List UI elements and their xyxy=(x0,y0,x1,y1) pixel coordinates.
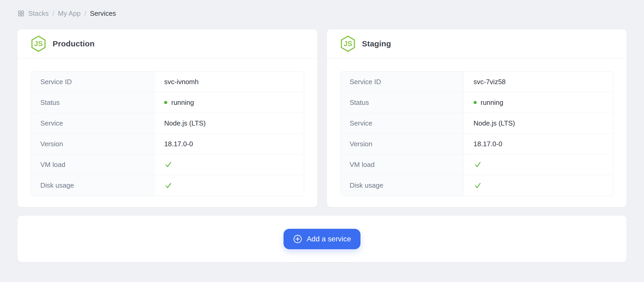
service-value: Node.js (LTS) xyxy=(154,113,304,133)
card-production-header: JS Production xyxy=(18,29,317,58)
row-label: Service ID xyxy=(31,72,154,92)
add-service-panel: Add a service xyxy=(18,216,626,262)
breadcrumb-stacks[interactable]: Stacks xyxy=(28,9,49,18)
check-icon xyxy=(164,181,173,190)
nodejs-icon: JS xyxy=(340,35,356,52)
card-title: Staging xyxy=(362,39,391,48)
row-label: Version xyxy=(31,134,154,154)
status-text: running xyxy=(171,99,194,107)
row-label: Status xyxy=(340,92,464,113)
row-label: Service xyxy=(340,113,464,133)
service-detail-table: Service ID svc-ivnomh Status running Ser… xyxy=(31,71,304,196)
version-value: 18.17.0-0 xyxy=(154,134,304,154)
status-text: running xyxy=(481,99,503,107)
check-icon xyxy=(474,181,482,190)
table-row: Service ID svc-7viz58 xyxy=(340,72,613,92)
service-cards-row: JS Production Service ID svc-ivnomh Stat… xyxy=(18,29,626,207)
row-label: VM load xyxy=(31,154,154,175)
card-staging-body: Service ID svc-7viz58 Status running Ser… xyxy=(327,58,627,207)
breadcrumb-separator: / xyxy=(52,9,54,18)
svg-text:JS: JS xyxy=(34,40,43,47)
plus-circle-icon xyxy=(293,234,302,244)
card-production: JS Production Service ID svc-ivnomh Stat… xyxy=(18,29,317,207)
vm-load-value xyxy=(154,154,304,175)
table-row: Disk usage xyxy=(340,175,613,196)
vm-load-value xyxy=(464,154,613,175)
disk-usage-value xyxy=(154,175,304,196)
check-icon xyxy=(474,160,482,169)
status-value: running xyxy=(464,92,613,113)
status-dot-icon xyxy=(164,101,167,104)
card-staging-header: JS Staging xyxy=(327,29,627,58)
table-row: Version 18.17.0-0 xyxy=(31,134,304,154)
row-label: Status xyxy=(31,92,154,113)
breadcrumb: Stacks / My App / Services xyxy=(18,9,626,17)
disk-usage-value xyxy=(464,175,613,196)
table-row: Version 18.17.0-0 xyxy=(340,134,613,154)
breadcrumb-services: Services xyxy=(90,9,116,18)
table-row: Service Node.js (LTS) xyxy=(31,113,304,134)
version-value: 18.17.0-0 xyxy=(464,134,613,154)
svg-text:JS: JS xyxy=(343,40,352,47)
row-label: Disk usage xyxy=(340,175,464,196)
row-label: Version xyxy=(340,134,464,154)
table-row: VM load xyxy=(31,154,304,175)
nodejs-icon: JS xyxy=(30,35,47,52)
add-service-label: Add a service xyxy=(307,235,351,243)
row-label: Disk usage xyxy=(31,175,154,196)
table-row: Service Node.js (LTS) xyxy=(340,113,613,134)
add-service-button[interactable]: Add a service xyxy=(284,229,360,249)
table-row: Disk usage xyxy=(31,175,304,196)
table-row: Status running xyxy=(340,92,613,113)
row-label: Service ID xyxy=(340,72,464,92)
breadcrumb-separator: / xyxy=(84,9,86,18)
table-row: Service ID svc-ivnomh xyxy=(31,72,304,92)
table-row: Status running xyxy=(31,92,304,113)
stacks-grid-icon[interactable] xyxy=(18,10,25,17)
breadcrumb-my-app[interactable]: My App xyxy=(58,9,81,18)
row-label: VM load xyxy=(340,154,464,175)
service-value: Node.js (LTS) xyxy=(464,113,613,133)
card-staging: JS Staging Service ID svc-7viz58 Status xyxy=(327,29,627,207)
table-row: VM load xyxy=(340,154,613,175)
row-label: Service xyxy=(31,113,154,133)
services-page: Stacks / My App / Services JS Production xyxy=(0,0,644,282)
service-detail-table: Service ID svc-7viz58 Status running Ser… xyxy=(340,71,614,196)
status-dot-icon xyxy=(474,101,477,104)
card-title: Production xyxy=(53,39,95,48)
card-production-body: Service ID svc-ivnomh Status running Ser… xyxy=(18,58,317,207)
service-id-value: svc-7viz58 xyxy=(464,72,613,92)
service-id-value: svc-ivnomh xyxy=(154,72,304,92)
status-value: running xyxy=(154,92,304,113)
check-icon xyxy=(164,160,173,169)
